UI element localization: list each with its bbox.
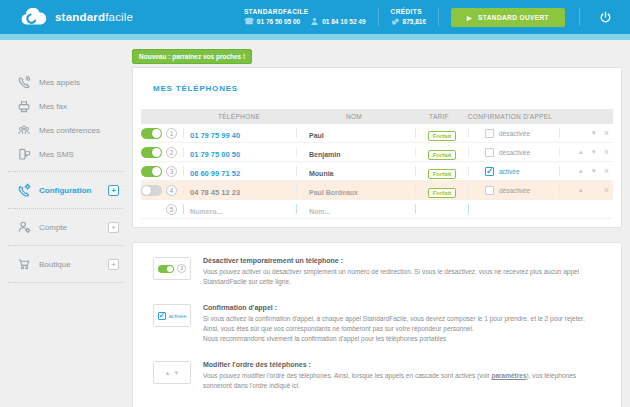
phone-name[interactable]: Paul xyxy=(309,132,324,139)
phone-number[interactable]: 01 79 75 00 50 xyxy=(190,150,240,159)
account-name: STANDARDFACILE xyxy=(244,8,366,15)
sidebar-label: Mes SMS xyxy=(39,150,74,159)
move-up-icon[interactable]: ▲ xyxy=(578,187,584,193)
new-phone-number-input[interactable] xyxy=(190,208,285,215)
row-number-badge: 2 xyxy=(166,147,177,158)
help-section-call-confirmation: activée Confirmation d'appel : Si vous a… xyxy=(153,304,601,344)
help-title: Modifier l'ordre des téléphones : xyxy=(203,361,601,368)
cart-icon xyxy=(17,257,31,271)
sms-icon xyxy=(17,147,31,161)
tarif-badge: Forfait xyxy=(428,131,457,141)
table-row: 4 04 78 45 12 23 Paul Bordeaux Forfait d… xyxy=(141,181,613,200)
table-row: 3 06 60 99 71 52 Mounia Forfait activée … xyxy=(141,162,613,181)
reorder-arrows-icon: ▲▼ xyxy=(153,361,191,384)
expand-plus-icon[interactable]: + xyxy=(108,259,119,270)
sidebar-label: Compte xyxy=(39,223,67,232)
sidebar-item-boutique[interactable]: Boutique + xyxy=(0,251,132,277)
cloud-logo-icon xyxy=(18,8,48,27)
delete-icon[interactable]: × xyxy=(604,167,609,176)
coins-icon xyxy=(391,17,400,26)
app-logo[interactable]: standardfacile xyxy=(18,8,133,27)
header-divider xyxy=(579,8,580,26)
logo-text: standardfacile xyxy=(55,11,133,23)
standard-open-button[interactable]: ▶ STANDARD OUVERT xyxy=(451,8,565,27)
phone-icon xyxy=(17,75,31,89)
confirmation-checkbox[interactable] xyxy=(485,148,494,157)
move-down-icon[interactable]: ▼ xyxy=(591,149,597,155)
tarif-badge: Forfait xyxy=(428,188,457,198)
new-phone-name-input[interactable] xyxy=(309,208,404,215)
column-header-nom: NOM xyxy=(295,113,413,120)
confirmation-checkbox[interactable] xyxy=(485,186,494,195)
account-info: STANDARDFACILE ☎ 01 76 50 05 00 01 84 10… xyxy=(244,8,366,26)
row-number-badge: 1 xyxy=(166,128,177,139)
phone-name[interactable]: Paul Bordeaux xyxy=(309,189,358,196)
credits-label: CRÉDITS xyxy=(391,8,427,15)
sidebar-label: Mes fax xyxy=(39,102,67,111)
sidebar-separator xyxy=(8,282,124,283)
column-header-tarif: TARIF xyxy=(413,113,465,120)
confirmation-label: désactivée xyxy=(499,130,530,137)
help-body: Si vous activez la confirmation d'appel,… xyxy=(203,314,585,344)
row-number-badge: 4 xyxy=(166,185,177,196)
sidebar-item-mes-fax[interactable]: Mes fax xyxy=(0,94,132,118)
confirmation-label: désactivée xyxy=(499,187,530,194)
phone-number[interactable]: 06 60 99 71 52 xyxy=(190,169,240,178)
account-phone-2: 01 84 10 52 49 xyxy=(310,17,365,26)
sidebar-label: Mes conférences xyxy=(39,126,100,135)
power-logout-icon[interactable] xyxy=(594,11,616,24)
phones-card-title: MES TÉLÉPHONES xyxy=(133,68,621,109)
confirmation-checkbox[interactable] xyxy=(485,129,494,138)
row-number-badge: 5 xyxy=(166,204,177,215)
table-row: 1 01 79 75 99 40 Paul Forfait désactivée… xyxy=(141,124,613,143)
phone-enabled-toggle[interactable] xyxy=(141,147,162,158)
sidebar-item-mes-conferences[interactable]: Mes conférences xyxy=(0,118,132,142)
user-gear-icon xyxy=(17,220,31,234)
parametres-link[interactable]: paramètres xyxy=(492,372,527,379)
checkbox-activated-icon: activée xyxy=(153,304,191,327)
phone-name[interactable]: Benjamin xyxy=(309,151,341,158)
phone-number[interactable]: 04 78 45 12 23 xyxy=(190,188,240,197)
phone-name[interactable]: Mounia xyxy=(309,170,334,177)
table-header-row: TÉLÉPHONE NOM TARIF CONFIRMATION D'APPEL xyxy=(141,109,613,124)
expand-plus-icon[interactable]: + xyxy=(108,185,119,196)
sidebar-item-mes-sms[interactable]: Mes SMS xyxy=(0,142,132,166)
phone-number[interactable]: 01 79 75 99 40 xyxy=(190,131,240,140)
delete-icon[interactable]: × xyxy=(604,186,609,195)
confirmation-checkbox[interactable] xyxy=(485,167,494,176)
sidebar-label: Configuration xyxy=(39,186,91,195)
phone-enabled-toggle[interactable] xyxy=(141,128,162,139)
sidebar-nav: Mes appels Mes fax Mes conférences Mes S… xyxy=(0,40,132,407)
sidebar-separator xyxy=(8,245,124,246)
confirmation-label: activée xyxy=(499,168,520,175)
phone-enabled-toggle[interactable] xyxy=(141,185,162,196)
sidebar-separator xyxy=(8,208,124,209)
column-header-confirmation: CONFIRMATION D'APPEL xyxy=(465,113,555,120)
conference-icon xyxy=(17,123,31,137)
sidebar-item-compte[interactable]: Compte + xyxy=(0,214,132,240)
sidebar-item-mes-appels[interactable]: Mes appels xyxy=(0,70,132,94)
expand-plus-icon[interactable]: + xyxy=(108,222,119,233)
move-down-icon[interactable]: ▼ xyxy=(591,168,597,174)
confirmation-label: désactivée xyxy=(499,149,530,156)
help-body: Vous pouvez modifier l'ordre des télépho… xyxy=(203,371,601,391)
sidebar-item-configuration[interactable]: Configuration + xyxy=(0,177,132,203)
delete-icon[interactable]: × xyxy=(604,129,609,138)
help-card: 3 Désactiver temporairement un téléphone… xyxy=(132,242,622,407)
move-up-icon[interactable]: ▲ xyxy=(578,149,584,155)
sidebar-label: Mes appels xyxy=(39,78,80,87)
move-down-icon[interactable]: ▼ xyxy=(591,130,597,136)
delete-icon[interactable]: × xyxy=(604,148,609,157)
phone-enabled-toggle[interactable] xyxy=(141,166,162,177)
top-header-bar: standardfacile STANDARDFACILE ☎ 01 76 50… xyxy=(0,0,630,40)
sidebar-separator xyxy=(8,171,124,172)
referral-promo-badge[interactable]: Nouveau : parrainez vos proches ! xyxy=(132,49,252,64)
credits-amount: 875,81€ xyxy=(403,18,427,25)
table-row-new-entry: 5 xyxy=(141,200,613,219)
phones-card: MES TÉLÉPHONES TÉLÉPHONE NOM TARIF CONFI… xyxy=(132,67,622,228)
phone-icon: ☎ xyxy=(244,18,254,26)
help-title: Confirmation d'appel : xyxy=(203,304,585,311)
move-up-icon[interactable]: ▲ xyxy=(578,168,584,174)
fax-icon xyxy=(17,99,31,113)
table-row: 2 01 79 75 00 50 Benjamin Forfait désact… xyxy=(141,143,613,162)
